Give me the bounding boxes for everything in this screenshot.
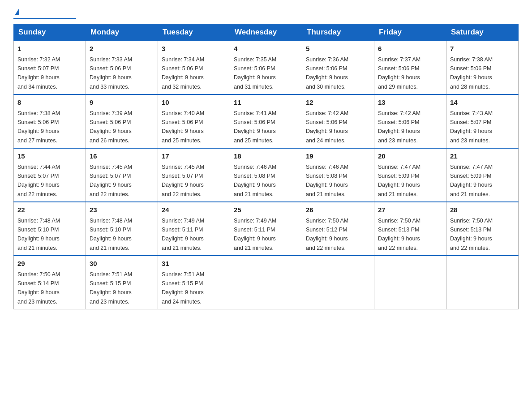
calendar-cell: 25 Sunrise: 7:49 AMSunset: 5:11 PMDaylig… — [230, 202, 302, 256]
calendar-cell: 1 Sunrise: 7:32 AMSunset: 5:07 PMDayligh… — [14, 41, 86, 94]
calendar-cell: 8 Sunrise: 7:38 AMSunset: 5:06 PMDayligh… — [14, 94, 86, 148]
day-number: 25 — [234, 205, 298, 215]
day-info: Sunrise: 7:49 AMSunset: 5:11 PMDaylight:… — [234, 218, 276, 251]
day-number: 13 — [378, 98, 442, 108]
calendar-cell: 20 Sunrise: 7:47 AMSunset: 5:09 PMDaylig… — [374, 148, 446, 202]
day-info: Sunrise: 7:34 AMSunset: 5:06 PMDaylight:… — [162, 56, 204, 90]
calendar-cell: 28 Sunrise: 7:50 AMSunset: 5:13 PMDaylig… — [446, 202, 519, 256]
calendar-cell: 17 Sunrise: 7:45 AMSunset: 5:07 PMDaylig… — [158, 148, 230, 202]
day-info: Sunrise: 7:37 AMSunset: 5:06 PMDaylight:… — [378, 56, 420, 90]
calendar-cell: 19 Sunrise: 7:46 AMSunset: 5:08 PMDaylig… — [302, 148, 374, 202]
day-info: Sunrise: 7:42 AMSunset: 5:06 PMDaylight:… — [378, 110, 420, 144]
day-info: Sunrise: 7:50 AMSunset: 5:14 PMDaylight:… — [17, 271, 60, 305]
calendar-cell: 23 Sunrise: 7:48 AMSunset: 5:10 PMDaylig… — [86, 202, 158, 256]
day-number: 10 — [162, 98, 226, 108]
header-tuesday: Tuesday — [158, 24, 230, 41]
day-number: 30 — [90, 259, 154, 269]
day-number: 21 — [450, 151, 515, 162]
header-thursday: Thursday — [302, 24, 374, 41]
day-info: Sunrise: 7:38 AMSunset: 5:06 PMDaylight:… — [450, 56, 493, 90]
day-info: Sunrise: 7:46 AMSunset: 5:08 PMDaylight:… — [306, 164, 348, 197]
day-number: 31 — [162, 259, 226, 269]
day-number: 11 — [234, 98, 298, 108]
day-info: Sunrise: 7:45 AMSunset: 5:07 PMDaylight:… — [90, 164, 132, 197]
calendar-week-row: 15 Sunrise: 7:44 AMSunset: 5:07 PMDaylig… — [14, 148, 519, 202]
calendar-week-row: 1 Sunrise: 7:32 AMSunset: 5:07 PMDayligh… — [14, 41, 519, 94]
day-number: 23 — [90, 205, 154, 215]
calendar-cell: 26 Sunrise: 7:50 AMSunset: 5:12 PMDaylig… — [302, 202, 374, 256]
day-number: 20 — [378, 151, 442, 162]
day-number: 14 — [450, 98, 515, 108]
day-info: Sunrise: 7:41 AMSunset: 5:06 PMDaylight:… — [234, 110, 276, 144]
day-info: Sunrise: 7:48 AMSunset: 5:10 PMDaylight:… — [90, 218, 132, 251]
logo-underline — [13, 18, 76, 19]
calendar-cell — [230, 256, 302, 309]
logo — [13, 9, 76, 19]
calendar-cell: 22 Sunrise: 7:48 AMSunset: 5:10 PMDaylig… — [14, 202, 86, 256]
header-sunday: Sunday — [14, 24, 86, 41]
day-info: Sunrise: 7:47 AMSunset: 5:09 PMDaylight:… — [450, 164, 493, 197]
page-header — [13, 9, 519, 19]
day-info: Sunrise: 7:35 AMSunset: 5:06 PMDaylight:… — [234, 56, 276, 90]
day-number: 29 — [17, 259, 82, 269]
day-number: 22 — [17, 205, 82, 215]
day-info: Sunrise: 7:38 AMSunset: 5:06 PMDaylight:… — [17, 110, 60, 144]
day-number: 3 — [162, 44, 226, 54]
calendar-cell: 21 Sunrise: 7:47 AMSunset: 5:09 PMDaylig… — [446, 148, 519, 202]
calendar-cell — [446, 256, 519, 309]
calendar-week-row: 8 Sunrise: 7:38 AMSunset: 5:06 PMDayligh… — [14, 94, 519, 148]
day-info: Sunrise: 7:45 AMSunset: 5:07 PMDaylight:… — [162, 164, 204, 197]
day-number: 17 — [162, 151, 226, 162]
day-number: 19 — [306, 151, 370, 162]
day-info: Sunrise: 7:50 AMSunset: 5:12 PMDaylight:… — [306, 218, 348, 251]
calendar-cell: 5 Sunrise: 7:36 AMSunset: 5:06 PMDayligh… — [302, 41, 374, 94]
day-number: 28 — [450, 205, 515, 215]
day-number: 27 — [378, 205, 442, 215]
day-number: 4 — [234, 44, 298, 54]
day-info: Sunrise: 7:40 AMSunset: 5:06 PMDaylight:… — [162, 110, 204, 144]
day-info: Sunrise: 7:47 AMSunset: 5:09 PMDaylight:… — [378, 164, 420, 197]
day-info: Sunrise: 7:50 AMSunset: 5:13 PMDaylight:… — [450, 218, 493, 251]
calendar-cell: 27 Sunrise: 7:50 AMSunset: 5:13 PMDaylig… — [374, 202, 446, 256]
day-number: 2 — [90, 44, 154, 54]
calendar-cell: 6 Sunrise: 7:37 AMSunset: 5:06 PMDayligh… — [374, 41, 446, 94]
day-info: Sunrise: 7:51 AMSunset: 5:15 PMDaylight:… — [90, 271, 132, 305]
day-info: Sunrise: 7:50 AMSunset: 5:13 PMDaylight:… — [378, 218, 420, 251]
day-number: 9 — [90, 98, 154, 108]
calendar-cell: 13 Sunrise: 7:42 AMSunset: 5:06 PMDaylig… — [374, 94, 446, 148]
calendar-week-row: 22 Sunrise: 7:48 AMSunset: 5:10 PMDaylig… — [14, 202, 519, 256]
calendar-cell: 16 Sunrise: 7:45 AMSunset: 5:07 PMDaylig… — [86, 148, 158, 202]
calendar-cell: 3 Sunrise: 7:34 AMSunset: 5:06 PMDayligh… — [158, 41, 230, 94]
day-number: 8 — [17, 98, 82, 108]
day-info: Sunrise: 7:44 AMSunset: 5:07 PMDaylight:… — [17, 164, 60, 197]
day-info: Sunrise: 7:36 AMSunset: 5:06 PMDaylight:… — [306, 56, 348, 90]
calendar-cell: 4 Sunrise: 7:35 AMSunset: 5:06 PMDayligh… — [230, 41, 302, 94]
calendar-header-row: SundayMondayTuesdayWednesdayThursdayFrid… — [14, 24, 519, 41]
calendar-cell: 24 Sunrise: 7:49 AMSunset: 5:11 PMDaylig… — [158, 202, 230, 256]
day-info: Sunrise: 7:43 AMSunset: 5:07 PMDaylight:… — [450, 110, 493, 144]
calendar-cell: 12 Sunrise: 7:42 AMSunset: 5:06 PMDaylig… — [302, 94, 374, 148]
day-info: Sunrise: 7:42 AMSunset: 5:06 PMDaylight:… — [306, 110, 348, 144]
calendar-cell — [302, 256, 374, 309]
day-info: Sunrise: 7:32 AMSunset: 5:07 PMDaylight:… — [17, 56, 60, 90]
day-number: 24 — [162, 205, 226, 215]
calendar-cell: 11 Sunrise: 7:41 AMSunset: 5:06 PMDaylig… — [230, 94, 302, 148]
day-number: 6 — [378, 44, 442, 54]
day-info: Sunrise: 7:46 AMSunset: 5:08 PMDaylight:… — [234, 164, 276, 197]
calendar-cell: 10 Sunrise: 7:40 AMSunset: 5:06 PMDaylig… — [158, 94, 230, 148]
calendar-week-row: 29 Sunrise: 7:50 AMSunset: 5:14 PMDaylig… — [14, 256, 519, 309]
calendar-cell: 2 Sunrise: 7:33 AMSunset: 5:06 PMDayligh… — [86, 41, 158, 94]
day-number: 1 — [17, 44, 82, 54]
header-saturday: Saturday — [446, 24, 519, 41]
calendar-cell: 9 Sunrise: 7:39 AMSunset: 5:06 PMDayligh… — [86, 94, 158, 148]
day-number: 5 — [306, 44, 370, 54]
day-info: Sunrise: 7:51 AMSunset: 5:15 PMDaylight:… — [162, 271, 204, 305]
calendar-table: SundayMondayTuesdayWednesdayThursdayFrid… — [13, 24, 519, 309]
header-wednesday: Wednesday — [230, 24, 302, 41]
logo-triangle-icon — [15, 8, 19, 15]
calendar-cell: 14 Sunrise: 7:43 AMSunset: 5:07 PMDaylig… — [446, 94, 519, 148]
calendar-cell: 7 Sunrise: 7:38 AMSunset: 5:06 PMDayligh… — [446, 41, 519, 94]
header-monday: Monday — [86, 24, 158, 41]
calendar-cell: 30 Sunrise: 7:51 AMSunset: 5:15 PMDaylig… — [86, 256, 158, 309]
calendar-cell: 18 Sunrise: 7:46 AMSunset: 5:08 PMDaylig… — [230, 148, 302, 202]
